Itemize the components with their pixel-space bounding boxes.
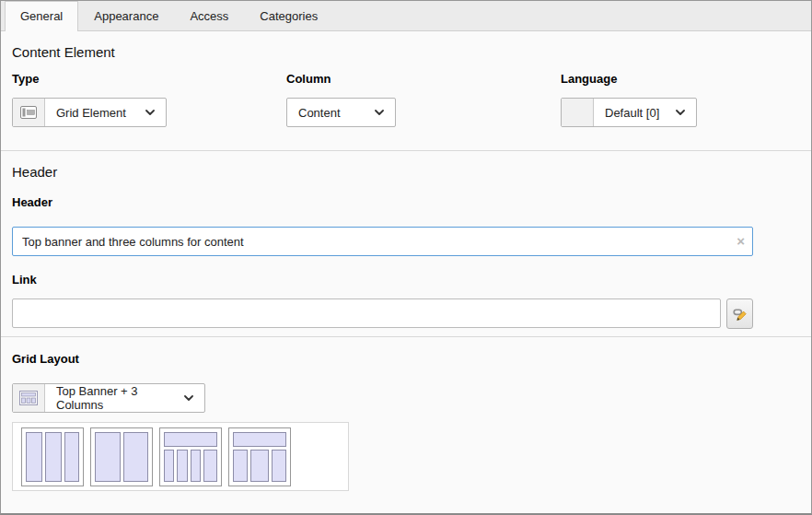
link-wizard-icon (733, 307, 748, 322)
grid-thumbnail-top-banner-three-columns[interactable] (228, 427, 291, 486)
grid-layout-mini-icon (13, 384, 45, 412)
layout-cell (177, 450, 187, 482)
layout-cell (164, 432, 217, 447)
tab-appearance[interactable]: Appearance (78, 1, 174, 30)
language-label: Language (561, 72, 800, 87)
link-input[interactable] (12, 298, 721, 328)
section-content-element: Content Element Type Grid (1, 31, 811, 151)
layout-cell (233, 450, 248, 482)
type-select[interactable]: Grid Element (12, 98, 167, 127)
layout-cell (95, 432, 121, 482)
grid-thumbnail-two-columns[interactable] (90, 427, 153, 486)
section-header: Header Header × Link (1, 151, 811, 337)
layout-cell (272, 450, 286, 482)
language-value: Default [0] (605, 106, 659, 120)
tab-categories[interactable]: Categories (244, 1, 333, 30)
grid-layout-select[interactable]: Top Banner + 3 Columns (12, 383, 205, 413)
column-label: Column (286, 72, 561, 87)
tabbar: General Appearance Access Categories (1, 1, 811, 31)
grid-thumbnails (12, 422, 349, 491)
header-input[interactable] (12, 227, 753, 256)
field-type: Type Grid Element (12, 61, 286, 130)
tab-general[interactable]: General (5, 1, 78, 31)
field-language: Language Default [0] (561, 61, 800, 130)
content-element-form: General Appearance Access Categories Con… (0, 0, 812, 515)
grid-thumbnail-top-banner-four-columns[interactable] (159, 427, 222, 486)
type-label: Type (12, 72, 286, 87)
language-flag-icon (562, 99, 594, 126)
content-element-icon (13, 99, 45, 126)
layout-cell (64, 432, 79, 482)
chevron-down-icon (676, 110, 685, 115)
column-select[interactable]: Content (286, 98, 396, 127)
section-title-content-element: Content Element (12, 44, 800, 61)
section-grid-layout: Grid Layout Top Banner + 3 Columns (1, 337, 811, 513)
type-value: Grid Element (56, 106, 126, 120)
clear-icon[interactable]: × (737, 234, 745, 249)
grid-layout-label: Grid Layout (12, 352, 800, 367)
grid-layout-value: Top Banner + 3 Columns (56, 384, 175, 412)
chevron-down-icon (375, 110, 384, 115)
language-select[interactable]: Default [0] (561, 98, 697, 127)
section-title-header: Header (12, 164, 800, 181)
header-field-label: Header (12, 195, 800, 210)
layout-cell (26, 432, 42, 482)
layout-cell (164, 450, 174, 482)
layout-cell (233, 432, 286, 447)
link-browser-button[interactable] (726, 298, 753, 329)
chevron-down-icon (184, 395, 193, 401)
grid-thumbnail-three-columns[interactable] (21, 427, 84, 486)
layout-cell (250, 450, 269, 482)
column-value: Content (298, 106, 341, 120)
layout-cell (45, 432, 62, 482)
layout-cell (123, 432, 149, 482)
tab-access[interactable]: Access (174, 1, 244, 30)
link-field-label: Link (12, 273, 800, 287)
layout-cell (191, 450, 201, 482)
chevron-down-icon (145, 110, 155, 115)
field-column: Column Content (286, 61, 561, 130)
layout-cell (203, 450, 217, 482)
